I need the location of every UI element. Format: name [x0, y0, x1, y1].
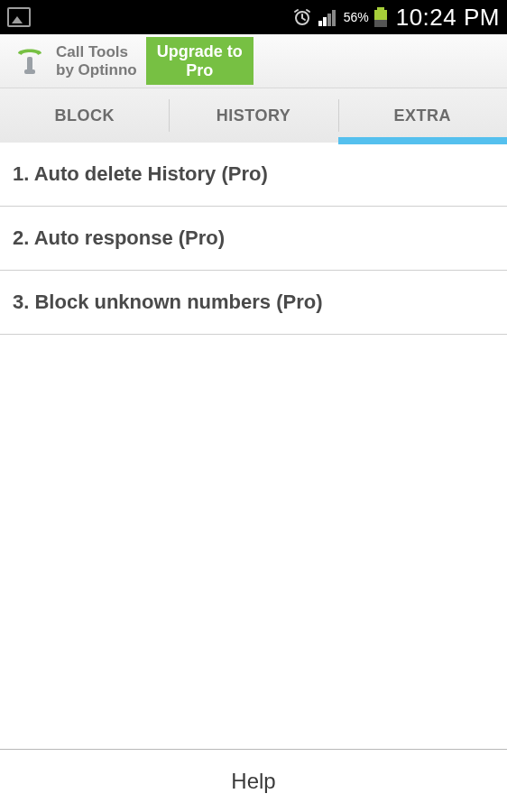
app-title-line2: by Optinno [56, 61, 137, 79]
tab-bar: BLOCK HISTORY EXTRA [0, 88, 507, 143]
tab-label: EXTRA [394, 106, 452, 125]
signal-icon [318, 8, 338, 26]
tab-extra[interactable]: EXTRA [338, 88, 507, 143]
upgrade-pro-button[interactable]: Upgrade to Pro [146, 37, 254, 85]
tab-history[interactable]: HISTORY [169, 88, 337, 143]
list-item[interactable]: 1. Auto delete History (Pro) [0, 143, 507, 207]
upgrade-line2: Pro [157, 61, 243, 80]
help-button[interactable]: Help [0, 749, 507, 812]
tab-block[interactable]: BLOCK [0, 88, 169, 143]
help-label: Help [231, 769, 275, 794]
upgrade-line1: Upgrade to [157, 42, 243, 61]
alarm-icon [291, 6, 313, 28]
tab-separator [338, 99, 339, 132]
app-title-line1: Call Tools [56, 43, 137, 61]
battery-icon [374, 7, 387, 27]
extra-settings-list: 1. Auto delete History (Pro) 2. Auto res… [0, 143, 507, 335]
tab-label: HISTORY [217, 106, 291, 125]
svg-rect-1 [27, 57, 32, 71]
status-time: 10:24 PM [396, 4, 500, 32]
status-bar: 56% 10:24 PM [0, 0, 507, 34]
gallery-icon [7, 7, 31, 27]
list-item[interactable]: 3. Block unknown numbers (Pro) [0, 271, 507, 335]
active-tab-indicator [338, 137, 507, 144]
app-header: Call Tools by Optinno Upgrade to Pro [0, 34, 507, 88]
list-item[interactable]: 2. Auto response (Pro) [0, 207, 507, 271]
app-logo-icon [13, 44, 47, 78]
svg-rect-2 [24, 69, 35, 74]
battery-percent: 56% [344, 10, 369, 24]
app-title: Call Tools by Optinno [56, 43, 137, 78]
tab-label: BLOCK [54, 106, 115, 125]
tab-separator [169, 99, 170, 132]
